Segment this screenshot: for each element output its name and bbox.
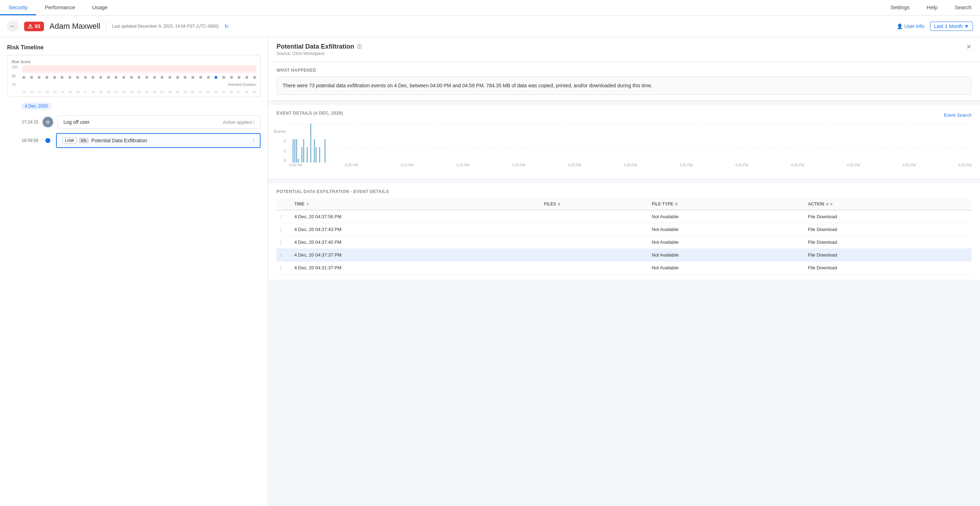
table-row[interactable]: 〉 4 Dec, 20 04:37:56 PM Not Available Fi… bbox=[277, 210, 972, 223]
refresh-icon[interactable]: ↻ bbox=[224, 24, 229, 29]
cell-action: File Download bbox=[805, 262, 972, 274]
dot[interactable] bbox=[99, 76, 102, 79]
nav-performance[interactable]: Performance bbox=[36, 0, 84, 15]
event-search-link[interactable]: Event Search bbox=[944, 112, 972, 118]
x-label: 4:00 PM bbox=[289, 163, 302, 167]
dot[interactable] bbox=[199, 76, 202, 79]
y-label-0: 0 bbox=[284, 158, 286, 163]
cell-files bbox=[540, 249, 648, 262]
nav-usage[interactable]: Usage bbox=[84, 0, 116, 15]
x-27: 27 bbox=[160, 90, 164, 94]
x-26: 26 bbox=[153, 90, 156, 94]
dot[interactable] bbox=[230, 76, 233, 79]
expand-btn[interactable]: 〉 bbox=[280, 240, 282, 245]
dot[interactable] bbox=[138, 76, 140, 79]
user-info-button[interactable]: 👤 User Info bbox=[897, 24, 924, 29]
dot-active[interactable] bbox=[215, 76, 217, 79]
y-label-events: Events bbox=[274, 129, 286, 133]
nav-help[interactable]: Help bbox=[918, 0, 946, 15]
dot[interactable] bbox=[38, 76, 40, 79]
dot[interactable] bbox=[145, 76, 148, 79]
bar-chart-plot bbox=[289, 123, 972, 163]
dot[interactable] bbox=[176, 76, 179, 79]
dot[interactable] bbox=[207, 76, 210, 79]
col-action[interactable]: ACTION⇵+ bbox=[805, 198, 972, 210]
time-filter-dropdown[interactable]: Last 1 Month ▼ bbox=[930, 22, 973, 31]
bar bbox=[315, 147, 317, 163]
event-card-logoff[interactable]: Log off user Action applied 〉 bbox=[57, 115, 261, 129]
x-07: 07 bbox=[237, 90, 241, 94]
nav-search[interactable]: Search bbox=[946, 0, 980, 15]
dot[interactable] bbox=[76, 76, 79, 79]
cell-action: File Download bbox=[805, 249, 972, 262]
info-icon[interactable]: ⓘ bbox=[357, 44, 362, 50]
col-filetype[interactable]: FILE TYPE⇵ bbox=[648, 198, 804, 210]
x-09b: 09 bbox=[253, 90, 256, 94]
risk-badge: ⚠ 93 bbox=[24, 22, 44, 31]
expand-btn[interactable]: 〉 bbox=[280, 265, 282, 270]
dot[interactable] bbox=[130, 76, 133, 79]
x-11: 11 bbox=[38, 90, 41, 94]
last-updated: Last updated December 9, 2020, 14:04 PST… bbox=[112, 24, 219, 29]
table-row[interactable]: 〉 4 Dec, 20 04:31:37 PM Not Available Fi… bbox=[277, 262, 972, 274]
nav-security[interactable]: Security bbox=[0, 0, 36, 15]
x-label: 4:40 PM bbox=[735, 163, 748, 167]
x-label: 4:35 PM bbox=[679, 163, 692, 167]
detail-source: Source: Citrix Workspace bbox=[277, 51, 362, 56]
bar bbox=[307, 147, 308, 163]
dot[interactable] bbox=[184, 76, 186, 79]
dot[interactable] bbox=[123, 76, 125, 79]
risk-timeline-title: Risk Timeline bbox=[7, 44, 261, 51]
cell-time: 4 Dec, 20 04:31:37 PM bbox=[291, 262, 540, 274]
dot[interactable] bbox=[22, 76, 25, 79]
top-nav: Security Performance Usage Settings Help… bbox=[0, 0, 980, 16]
cell-action: File Download bbox=[805, 236, 972, 249]
left-panel: Risk Timeline Risk Score 100 80 70 bbox=[0, 37, 268, 506]
dot[interactable] bbox=[191, 76, 194, 79]
add-column-button[interactable]: + bbox=[830, 201, 833, 207]
back-button[interactable]: ← bbox=[7, 21, 18, 32]
dot[interactable] bbox=[245, 76, 248, 79]
chevron-down-icon: ▼ bbox=[964, 24, 969, 29]
dot[interactable] bbox=[161, 76, 164, 79]
col-time[interactable]: TIME▼ bbox=[291, 198, 540, 210]
x-15: 15 bbox=[68, 90, 72, 94]
dot[interactable] bbox=[115, 76, 117, 79]
expand-btn[interactable]: 〉 bbox=[280, 253, 282, 258]
sort-icon-files: ⇵ bbox=[557, 202, 560, 206]
event-name-2: Potential Data Exfiltration bbox=[91, 138, 253, 144]
dot[interactable] bbox=[153, 76, 156, 79]
table-row[interactable]: 〉 4 Dec, 20 04:37:40 PM Not Available Fi… bbox=[277, 236, 972, 249]
dot[interactable] bbox=[107, 76, 110, 79]
dot[interactable] bbox=[60, 76, 64, 79]
event-name-1: Log off user bbox=[64, 119, 223, 125]
table-row[interactable]: 〉 4 Dec, 20 04:37:37 PM Not Available Fi… bbox=[277, 249, 972, 262]
nav-settings[interactable]: Settings bbox=[882, 0, 918, 15]
event-card-exfiltration[interactable]: LOW 1% Potential Data Exfiltration 〉 bbox=[56, 133, 261, 148]
sub-header: ← ⚠ 93 Adam Maxwell Last updated Decembe… bbox=[0, 16, 980, 37]
detail-title: Potential Data Exfiltration ⓘ bbox=[277, 43, 362, 50]
close-button[interactable]: ✕ bbox=[966, 43, 972, 51]
dot[interactable] bbox=[253, 76, 256, 79]
dot[interactable] bbox=[30, 76, 33, 79]
cell-time: 4 Dec, 20 04:37:37 PM bbox=[291, 249, 540, 262]
dot[interactable] bbox=[91, 76, 94, 79]
dot[interactable] bbox=[68, 76, 71, 79]
table-row[interactable]: 〉 4 Dec, 20 04:37:43 PM Not Available Fi… bbox=[277, 223, 972, 236]
y-label-2b: 2 bbox=[284, 139, 286, 143]
dot[interactable] bbox=[169, 76, 171, 79]
expand-btn[interactable]: 〉 bbox=[280, 214, 282, 219]
exfil-table: TIME▼ FILES⇵ FILE TYPE⇵ ACTION⇵+ bbox=[277, 198, 972, 274]
dot[interactable] bbox=[222, 76, 225, 79]
dot[interactable] bbox=[53, 76, 56, 79]
bar bbox=[314, 139, 315, 163]
dot[interactable] bbox=[45, 76, 48, 79]
x-05: 05 bbox=[221, 90, 225, 94]
col-files[interactable]: FILES⇵ bbox=[540, 198, 648, 210]
exfil-section-title: POTENTIAL DATA EXFILTRATION - EVENT DETA… bbox=[277, 189, 972, 194]
expand-btn[interactable]: 〉 bbox=[280, 227, 282, 232]
dot[interactable] bbox=[84, 76, 87, 79]
gear-icon: ⚙ bbox=[43, 117, 53, 128]
dot[interactable] bbox=[237, 76, 240, 79]
x-label: 4:20 PM bbox=[512, 163, 525, 167]
